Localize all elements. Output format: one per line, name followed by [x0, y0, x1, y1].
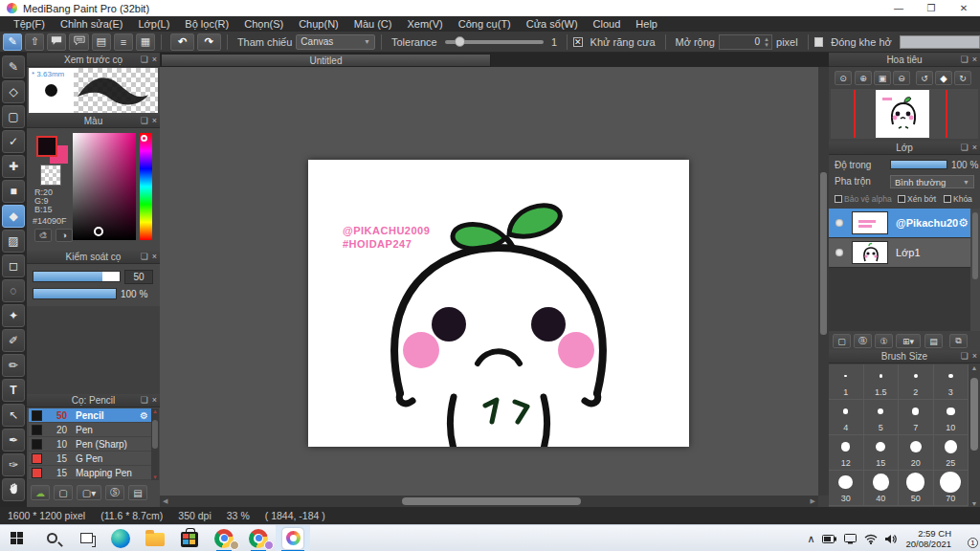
saturation-value-picker[interactable]	[73, 133, 136, 240]
brush-tool[interactable]: ✎	[2, 55, 25, 78]
close-icon[interactable]: ×	[152, 395, 157, 405]
color-options-button[interactable]: ◑	[56, 229, 73, 242]
fit-view-button[interactable]: ▣	[874, 71, 891, 85]
restore-button[interactable]: ❐	[915, 0, 947, 16]
scrollbar-thumb[interactable]	[970, 378, 978, 451]
brush-row-pen-sharp[interactable]: 10 Pen (Sharp)	[29, 437, 151, 452]
hue-slider[interactable]	[140, 133, 152, 240]
brush-size-option[interactable]: 30	[829, 471, 864, 506]
duplicate-layer-button[interactable]: ⧉	[949, 334, 968, 348]
move-tool[interactable]: ✚	[2, 155, 25, 178]
expand-spinner[interactable]: 0 ▲▼	[719, 34, 772, 50]
brush-opacity-slider[interactable]	[33, 288, 117, 299]
publish-button[interactable]: ⇧	[25, 33, 44, 51]
popout-icon[interactable]: ❏	[141, 252, 148, 261]
brush-size-option[interactable]: 40	[864, 471, 900, 506]
canvas-horizontal-scrollbar[interactable]: ◀ ▶	[160, 496, 818, 507]
wifi-icon[interactable]	[864, 534, 878, 544]
brush-size-option[interactable]: 7	[899, 400, 934, 435]
menu-tools[interactable]: Công cụ(T)	[451, 16, 519, 32]
close-icon[interactable]: ×	[152, 252, 157, 261]
zoom-out-button[interactable]: ⊖	[893, 71, 910, 85]
menu-select[interactable]: Chọn(S)	[236, 16, 291, 32]
foreground-color-swatch[interactable]	[36, 136, 57, 157]
shape-tool[interactable]: ▢	[2, 105, 25, 128]
chrome-taskbar-item-2[interactable]	[241, 525, 276, 551]
add-8bit-layer-button[interactable]: ⓐ	[854, 334, 872, 348]
comment-button[interactable]	[47, 33, 66, 51]
taskbar-clock[interactable]: 2:59 CH 20/08/2021	[905, 528, 951, 549]
eyedropper-tool[interactable]: ✒	[2, 429, 25, 452]
tolerance-slider[interactable]	[445, 40, 544, 44]
scrollbar-thumb[interactable]	[820, 172, 827, 335]
brush-list-scrollbar[interactable]: ▲ ▼	[151, 408, 159, 480]
magic-wand-tool[interactable]: ✦	[2, 304, 25, 327]
clipping-checkbox[interactable]: Xén bớt	[898, 194, 936, 204]
hand-tool[interactable]	[2, 478, 25, 501]
brush-row-pen[interactable]: 20 Pen	[29, 423, 151, 437]
menu-layer[interactable]: Lớp(L)	[130, 16, 177, 32]
menu-window[interactable]: Cửa sổ(W)	[519, 16, 586, 32]
fill-rect-tool[interactable]: ■	[2, 180, 25, 203]
document-tab[interactable]: Untitled	[161, 54, 491, 67]
brush-row-pencil[interactable]: 50 Pencil ⚙	[29, 408, 151, 423]
brush-size-option[interactable]: 20	[899, 435, 934, 471]
redo-button[interactable]: ↷	[197, 33, 221, 51]
medibang-taskbar-item[interactable]	[276, 525, 310, 551]
sv-selector-ring[interactable]	[94, 227, 103, 236]
close-icon[interactable]: ×	[972, 351, 977, 361]
brush-size-option[interactable]: 50	[899, 471, 934, 506]
layer-visibility-toggle[interactable]	[835, 219, 843, 227]
comment-list-button[interactable]	[69, 33, 88, 51]
volume-icon[interactable]	[885, 534, 898, 544]
menu-help[interactable]: Help	[628, 16, 665, 32]
popout-icon[interactable]: ❏	[141, 395, 148, 405]
close-icon[interactable]: ×	[972, 143, 977, 152]
document-button[interactable]: ▤	[92, 33, 111, 51]
menu-file[interactable]: Tệp(F)	[6, 16, 53, 32]
drawing-canvas[interactable]: @PIKACHU2009 #HOIDAP247	[308, 160, 689, 447]
alpha-lock-checkbox[interactable]: Bảo vệ alpha	[835, 194, 892, 204]
start-button[interactable]	[0, 525, 34, 551]
task-view-button[interactable]	[69, 525, 103, 551]
brush-size-scrollbar[interactable]: ▲ ▼	[969, 364, 980, 507]
scroll-right-icon[interactable]: ▶	[808, 497, 818, 505]
material-grid-button[interactable]: ▦	[136, 33, 155, 51]
new-brush-button[interactable]: ▢	[54, 485, 73, 500]
menu-snap[interactable]: Chụp(N)	[291, 16, 346, 32]
menu-color[interactable]: Màu (C)	[346, 16, 400, 32]
brush-size-option[interactable]: 10	[934, 400, 969, 435]
brush-size-option[interactable]: 5	[864, 400, 900, 435]
bucket-tool[interactable]: ◆	[2, 205, 25, 228]
layer-settings-gear-icon[interactable]: ⚙	[958, 216, 969, 230]
antialias-checkbox[interactable]: ✕	[573, 37, 583, 47]
palette-button[interactable]: 🎨︎	[34, 229, 52, 242]
brush-settings-button[interactable]: Ⓢ	[105, 485, 124, 500]
add-1bit-layer-button[interactable]: ①	[875, 334, 893, 348]
zoom-in-button[interactable]: ⊕	[855, 71, 872, 85]
scrollbar-thumb[interactable]	[972, 212, 978, 279]
select-eraser-tool[interactable]: ✏	[2, 354, 25, 377]
operation-tool[interactable]: ↖	[2, 404, 25, 427]
layer-row-pikachu[interactable]: @Pikachu2009 ⚙	[829, 209, 970, 238]
close-gap-checkbox[interactable]	[814, 37, 824, 47]
gradient-tool[interactable]: ▨	[2, 230, 25, 253]
brush-menu-button[interactable]: ▢▾	[77, 485, 101, 500]
layer-row-lop1[interactable]: Lớp1	[829, 238, 970, 268]
scrollbar-thumb[interactable]	[152, 420, 158, 449]
lasso-tool[interactable]: ◌	[2, 279, 25, 302]
scroll-down-icon[interactable]: ▼	[151, 474, 159, 480]
brush-size-option[interactable]: 12	[829, 435, 864, 471]
brush-cloud-download-button[interactable]: ☁	[31, 485, 50, 500]
menu-filter[interactable]: Bộ lọc(R)	[177, 16, 236, 32]
brush-row-g-pen[interactable]: 15 G Pen	[29, 452, 151, 466]
popout-icon[interactable]: ❏	[961, 143, 969, 152]
hue-selector-ring[interactable]	[141, 135, 147, 142]
reference-select[interactable]: Canvas ▼	[296, 34, 375, 50]
reset-view-button[interactable]: ◈	[935, 71, 952, 85]
brush-row-mapping-pen[interactable]: 15 Mapping Pen	[29, 466, 151, 480]
menu-view[interactable]: Xem(V)	[399, 16, 450, 32]
brush-size-slider[interactable]	[33, 271, 121, 282]
layer-visibility-toggle[interactable]	[835, 249, 843, 256]
close-icon[interactable]: ×	[152, 116, 157, 125]
